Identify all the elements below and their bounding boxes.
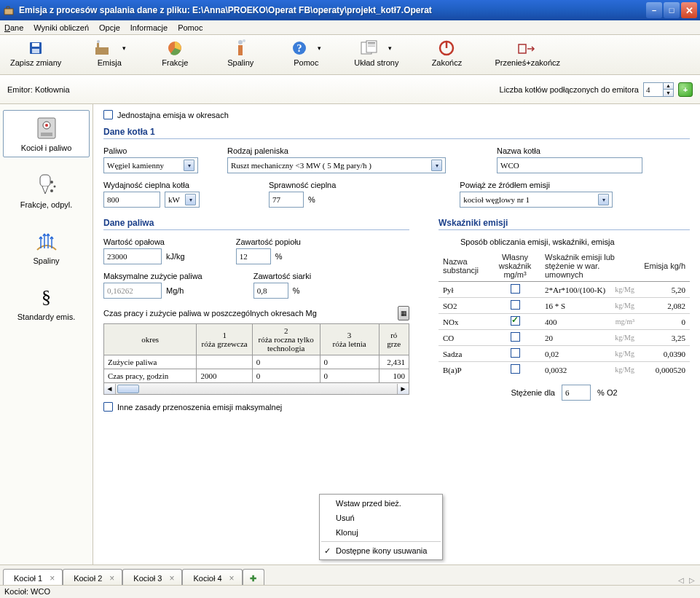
transfer-icon xyxy=(518,39,537,57)
section-fuel-data: Dane paliwa xyxy=(103,218,409,230)
checkbox-icon[interactable] xyxy=(511,332,520,342)
close-icon[interactable]: × xyxy=(109,573,114,583)
sidebar-item-kociol[interactable]: Kocioł i paliwo xyxy=(3,110,90,157)
plus-icon: ✚ xyxy=(250,574,256,583)
scroll-left-icon[interactable]: ◄ xyxy=(104,384,116,394)
ctx-clone[interactable]: Klonuj xyxy=(321,525,441,540)
spin-up-icon[interactable]: ▲ xyxy=(663,83,673,90)
boiler-count-input[interactable] xyxy=(644,83,663,96)
max-cons-input[interactable] xyxy=(103,283,162,299)
ctx-insert[interactable]: Wstaw przed bież. xyxy=(321,496,441,511)
thermal-eff-input[interactable] xyxy=(269,192,304,208)
close-icon[interactable]: × xyxy=(169,573,174,583)
col-formula: Wskaźnik emisji lub stężenie w war. umow… xyxy=(540,251,639,282)
thermal-output-unit-combo[interactable]: kW ▾ xyxy=(165,192,200,208)
calculator-icon[interactable]: ▦ xyxy=(398,306,409,320)
sidebar: Kocioł i paliwo Frakcje, odpyl. Spaliny … xyxy=(0,104,93,564)
save-button[interactable]: Zapisz zmiany xyxy=(6,38,66,68)
dropdown-arrow-icon: ▾ xyxy=(185,194,196,205)
uklad-button[interactable]: ▾ Układ strony xyxy=(350,38,403,68)
calorific-input[interactable] xyxy=(103,248,162,264)
svg-rect-25 xyxy=(40,175,50,186)
fuel-combo[interactable]: Węgiel kamienny ▾ xyxy=(103,157,198,173)
scroll-right-icon[interactable]: ► xyxy=(397,384,409,394)
boiler-name-label: Nazwa kotła xyxy=(497,146,642,155)
concentration-input[interactable] xyxy=(562,385,591,401)
przenies-button[interactable]: Przenieś+zakończ xyxy=(490,38,565,68)
bottom-tabs: Kocioł 1 × Kocioł 2 × Kocioł 3 × Kocioł … xyxy=(0,564,700,585)
table-row[interactable]: CO20 kg/Mg3,25 xyxy=(439,330,690,346)
periods-table[interactable]: okres 1róża grzewcza 2róża roczna tylko … xyxy=(103,323,409,383)
help-icon: ? ▾ xyxy=(291,39,321,57)
h-scrollbar[interactable]: ◄ ► xyxy=(103,383,409,395)
frakcje-button[interactable]: Frakcje xyxy=(153,38,197,68)
tab-kociol-2[interactable]: Kocioł 2 × xyxy=(63,569,122,585)
tab-add[interactable]: ✚ xyxy=(243,569,264,585)
emission-table[interactable]: Nazwa substancji Własny wskaźnik mg/m³ W… xyxy=(439,251,690,377)
table-row[interactable]: NOx400 mg/m³0 xyxy=(439,314,690,330)
tab-kociol-4[interactable]: Kocioł 4 × xyxy=(182,569,242,585)
dropdown-arrow-icon: ▾ xyxy=(184,160,194,171)
menu-opcje[interactable]: Opcje xyxy=(99,23,120,32)
add-boiler-button[interactable]: + xyxy=(678,82,693,97)
close-icon[interactable]: × xyxy=(229,573,235,583)
sidebar-item-spaliny[interactable]: Spaliny xyxy=(3,224,90,270)
table-row[interactable]: Zużycie paliwa 260,19 0 0 2,431 xyxy=(104,355,409,369)
menu-wyniki[interactable]: Wyniki obliczeń xyxy=(34,23,89,32)
close-button[interactable]: ✕ xyxy=(681,2,697,18)
boiler-count-label: Liczba kotłów podłączonych do emitora xyxy=(500,85,639,94)
emission-icon xyxy=(4,228,88,254)
menu-pomoc[interactable]: Pomoc xyxy=(178,23,202,32)
tab-kociol-1[interactable]: Kocioł 1 × xyxy=(3,569,63,585)
menu-dane[interactable]: Dane xyxy=(4,23,23,32)
table-row[interactable]: Czas pracy, godzin 2000 0 0 100 xyxy=(104,369,409,383)
content: Jednostajna emisja w okresach Dane kotła… xyxy=(93,104,700,564)
ctx-delete-icons[interactable]: ✓ Dostępne ikony usuwania xyxy=(321,541,441,558)
sidebar-item-standardy[interactable]: § Standardy emis. xyxy=(3,280,90,326)
scroll-thumb[interactable] xyxy=(117,385,139,393)
table-row[interactable]: Pył2*Ar*100/(100-K) kg/Mg5,20 xyxy=(439,282,690,298)
table-row[interactable]: Sadza0,02 kg/Mg0,0390 xyxy=(439,346,690,362)
sulfur-input[interactable] xyxy=(253,283,288,299)
close-icon[interactable]: × xyxy=(50,573,55,583)
maximize-button[interactable]: □ xyxy=(664,2,680,18)
dropdown-arrow-icon: ▾ xyxy=(598,194,609,205)
svg-rect-0 xyxy=(4,9,13,15)
menu-informacje[interactable]: Informacje xyxy=(130,23,168,32)
link-source-combo[interactable]: kocioł węglowy nr 1 ▾ xyxy=(460,192,613,208)
link-source-label: Powiąż ze źródłem emisji xyxy=(460,181,613,189)
uniform-emission-checkbox[interactable]: Jednostajna emisja w okresach xyxy=(103,110,229,119)
emisja-button[interactable]: ▾ Emisja xyxy=(87,38,131,68)
checkbox-icon xyxy=(103,402,113,412)
table-row[interactable]: SO216 * S kg/Mg2,082 xyxy=(439,298,690,314)
ash-input[interactable] xyxy=(236,248,271,264)
tab-kociol-3[interactable]: Kocioł 3 × xyxy=(122,569,182,585)
col-substance: Nazwa substancji xyxy=(439,251,489,282)
boiler-name-input[interactable] xyxy=(497,157,642,173)
col-2: 2róża roczna tylko technologia xyxy=(252,324,320,355)
boiler-icon xyxy=(5,115,87,141)
floppy-icon xyxy=(28,39,43,57)
checkbox-icon[interactable] xyxy=(511,364,520,374)
spaliny-button[interactable]: Spaliny xyxy=(219,38,262,68)
factory-icon: ▾ xyxy=(93,39,126,57)
sidebar-item-frakcje[interactable]: Frakcje, odpyl. xyxy=(3,168,90,213)
pomoc-button[interactable]: ? ▾ Pomoc xyxy=(284,38,328,68)
zakoncz-button[interactable]: Zakończ xyxy=(425,38,468,68)
checkbox-icon[interactable] xyxy=(511,348,520,358)
dedust-icon xyxy=(4,172,88,198)
thermal-output-input[interactable] xyxy=(103,192,160,208)
checkbox-icon[interactable] xyxy=(511,316,520,326)
ctx-delete[interactable]: Usuń xyxy=(321,511,441,525)
checkbox-icon[interactable] xyxy=(511,300,520,310)
tab-scroll-right-icon[interactable]: ▷ xyxy=(687,575,697,585)
sulfur-label: Zawartość siarki xyxy=(253,272,311,280)
checkbox-icon[interactable] xyxy=(511,284,520,294)
boiler-count-spinner[interactable]: ▲ ▼ xyxy=(643,82,674,97)
tab-scroll-left-icon[interactable]: ◁ xyxy=(676,575,686,585)
other-rules-checkbox[interactable]: Inne zasady przenoszenia emisji maksymal… xyxy=(103,402,282,412)
spin-down-icon[interactable]: ▼ xyxy=(663,89,673,96)
minimize-button[interactable]: – xyxy=(646,2,662,18)
furnace-type-combo[interactable]: Ruszt mechaniczny <3 MW ( 5 Mg pary/h ) … xyxy=(227,157,446,173)
table-row[interactable]: B(a)P0,0032 kg/Mg0,000520 xyxy=(439,362,690,378)
